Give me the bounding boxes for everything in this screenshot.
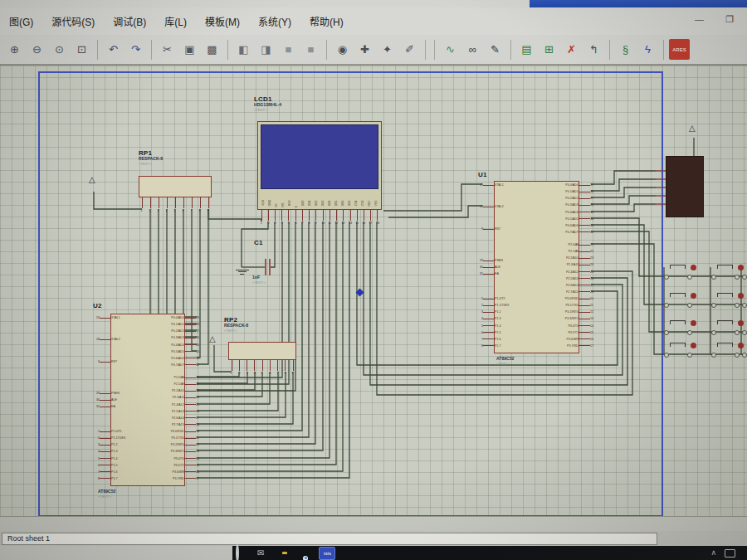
toolbar-separator: [97, 40, 98, 60]
decompose-icon[interactable]: ✐: [399, 39, 420, 60]
P2.3/A11: 24P2.3/A11: [473, 261, 600, 268]
new-sheet-icon[interactable]: ⊞: [539, 39, 559, 60]
toolbar-separator: [663, 40, 664, 60]
respack-pin: 6: [182, 197, 185, 213]
P0.5/AD5: 34P0.5/AD5: [90, 348, 206, 355]
P3.3/INT1: 13P3.3/INT1: [473, 315, 600, 322]
toolbar-separator: [434, 40, 435, 60]
block-delete-icon[interactable]: ■: [300, 39, 321, 60]
P2.0/A8: 21P2.0/A8: [90, 374, 206, 381]
P0.0/AD0: 39P0.0/AD0: [473, 182, 600, 188]
P0.1/AD1: 38P0.1/AD1: [473, 188, 600, 195]
packaging-tool-icon[interactable]: ✦: [377, 39, 398, 60]
P0.3/AD3: 36P0.3/AD3: [90, 334, 206, 341]
search-tag-icon[interactable]: ∞: [462, 39, 483, 60]
cut-icon[interactable]: ✂: [157, 39, 178, 60]
wire-autorouter-icon[interactable]: ∿: [440, 39, 461, 60]
menu-item[interactable]: 库(L): [155, 14, 196, 28]
keypad-button[interactable]: [740, 319, 747, 338]
lcd-display[interactable]: VDDGNDV0RSR/WEDB0DB1DB2DB3DB4DB5DB6DB7CS…: [257, 121, 382, 210]
copy-icon[interactable]: ▣: [179, 39, 200, 60]
zoom-in-icon[interactable]: ⊕: [4, 39, 25, 60]
P3.5/T1: 15P3.5/T1: [473, 329, 600, 336]
P3.0/RXD: 10P3.0/RXD: [473, 295, 600, 302]
u2-part-label: AT89C52 <TEXT>: [98, 489, 119, 499]
menu-item[interactable]: 模板(M): [196, 14, 249, 28]
keypad-button[interactable]: [662, 264, 696, 282]
rp2-respack[interactable]: [228, 342, 296, 360]
redo-icon[interactable]: ↷: [125, 39, 146, 60]
isis-icon[interactable]: isis: [319, 547, 335, 560]
menu-item[interactable]: 图(G): [0, 14, 42, 28]
toolbar-separator: [425, 40, 426, 60]
keypad-button[interactable]: [710, 319, 743, 338]
keypad-button[interactable]: [740, 342, 747, 360]
pick-device-icon[interactable]: ◉: [332, 39, 353, 60]
tray-display-icon[interactable]: [725, 549, 735, 558]
respack-pin: 7: [190, 197, 193, 213]
DB6: DB6: [341, 201, 344, 207]
block-move-icon[interactable]: ◨: [256, 39, 276, 60]
seven-segment-display[interactable]: [666, 156, 704, 217]
P3.1/TXD: 11P3.1/TXD: [473, 302, 600, 309]
CS2: 16: [363, 210, 366, 226]
E: E: [295, 206, 297, 207]
menu-item[interactable]: 源代码(S): [42, 14, 104, 28]
maximize-button[interactable]: ❐: [725, 14, 734, 25]
P0.7/AD7: 32P0.7/AD7: [90, 362, 206, 368]
zoom-extents-icon[interactable]: ⊡: [71, 39, 92, 60]
keypad-button[interactable]: [662, 319, 696, 338]
rp1-respack[interactable]: [139, 176, 212, 197]
respack-pin: 2: [149, 197, 152, 213]
power-terminal-icon: △: [209, 335, 216, 343]
lcd-ref-label: LCD1 HDG12864L-4 <TEXT>: [254, 95, 286, 113]
keypad-button[interactable]: [662, 342, 696, 360]
DB0: 7: [300, 210, 304, 226]
sheet-tab[interactable]: Root sheet 1: [2, 533, 657, 545]
P3.7/RD: 17P3.7/RD: [473, 343, 600, 349]
keypad-button[interactable]: [710, 292, 743, 310]
keypad-button[interactable]: [662, 292, 696, 310]
toolbar-separator: [326, 40, 327, 60]
netlist-to-ares-icon[interactable]: ARES: [669, 39, 690, 60]
DB0: DB0: [301, 201, 304, 207]
VEE: 18: [376, 210, 379, 226]
mail-icon[interactable]: ✉: [257, 549, 264, 558]
menu-item[interactable]: 调试(B): [104, 14, 155, 28]
zoom-center-icon[interactable]: ⊙: [49, 39, 70, 60]
DB1: DB1: [308, 201, 310, 207]
P2.4/A12: 25P2.4/A12: [473, 269, 600, 275]
undo-icon[interactable]: ↶: [103, 39, 124, 60]
menu-item[interactable]: 系统(Y): [249, 14, 300, 28]
toolbar-separator: [227, 40, 228, 60]
electrical-check-icon[interactable]: ϟ: [637, 39, 658, 60]
keypad-button[interactable]: [740, 292, 747, 310]
paste-icon[interactable]: ▩: [202, 39, 222, 60]
design-explorer-icon[interactable]: ▤: [516, 39, 537, 60]
bill-of-materials-icon[interactable]: §: [615, 39, 636, 60]
keypad-button[interactable]: [740, 264, 747, 282]
property-assignment-icon[interactable]: ✎: [485, 39, 505, 60]
make-device-icon[interactable]: ✚: [354, 39, 375, 60]
block-rotate-icon[interactable]: ■: [278, 39, 299, 60]
taskbar-app-icon[interactable]: [236, 546, 239, 560]
keypad-button[interactable]: [710, 342, 743, 360]
horizontal-scrollbar[interactable]: [0, 516, 747, 533]
P2.7/A15: 28P2.7/A15: [473, 289, 600, 295]
u1-mcu[interactable]: 19XTAL1 18XTAL2 9RST 29PSEN30ALE31EA 1P1…: [494, 181, 579, 353]
P2.6/A14: 27P2.6/A14: [90, 415, 206, 421]
menu-item[interactable]: 帮助(H): [300, 14, 353, 28]
keypad-button[interactable]: [710, 264, 743, 282]
P0.6/AD6: 33P0.6/AD6: [90, 355, 206, 362]
minimize-button[interactable]: —: [695, 14, 704, 24]
zoom-out-icon[interactable]: ⊖: [27, 39, 47, 60]
P3.2/INT0: 12P3.2/INT0: [473, 309, 600, 315]
tray-chevron-icon[interactable]: ∧: [710, 549, 716, 557]
u2-mcu[interactable]: 19XTAL1 18XTAL2 9RST 29PSEN30ALE31EA 1P1…: [110, 314, 185, 486]
block-copy-icon[interactable]: ◧: [233, 39, 254, 60]
goto-sheet-icon[interactable]: ↰: [583, 39, 604, 60]
GND: 2: [266, 210, 270, 226]
remove-sheet-icon[interactable]: ✗: [561, 39, 582, 60]
taskbar: ✉ isis ∧: [232, 546, 747, 560]
P2.4/A12: 25P2.4/A12: [90, 402, 206, 408]
